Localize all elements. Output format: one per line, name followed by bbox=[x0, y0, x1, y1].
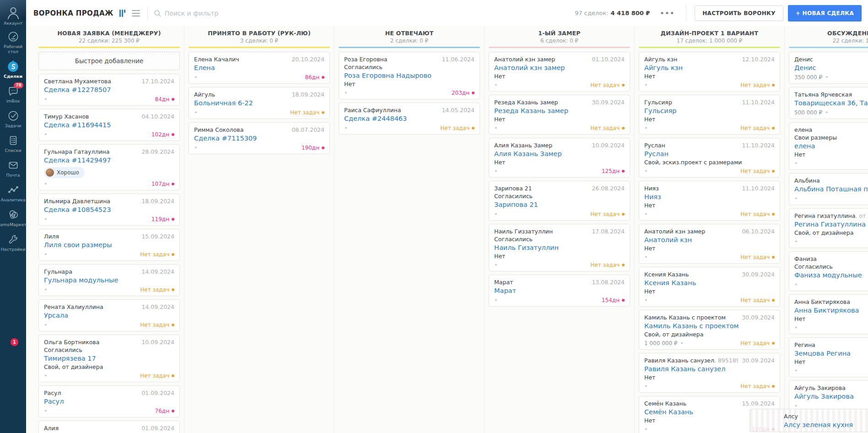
deal-title-link[interactable]: Расул bbox=[44, 397, 174, 406]
deal-card[interactable]: Татьяна ЯрчевскаяТоварищеская 36, Татьян… bbox=[789, 87, 868, 119]
deal-card[interactable]: Зарипова 2126.08.2024СогласилисьЗарипова… bbox=[489, 181, 630, 221]
deal-card[interactable]: АльбинаАльбина Поташная поляна• bbox=[789, 173, 868, 205]
deal-card[interactable]: Наиль Гиззатуллин17.08.2024СогласилисьНа… bbox=[489, 224, 630, 271]
deal-title-link[interactable]: Альбина Поташная поляна bbox=[794, 184, 868, 194]
deal-card[interactable]: Гульнара Гатауллина28.09.2024Сделка #114… bbox=[38, 144, 180, 190]
deal-title-link[interactable]: Айгуль кзн bbox=[644, 63, 775, 72]
deal-task-status[interactable]: 86дн bbox=[305, 74, 324, 81]
deal-card[interactable]: Рената Халиуллина14.09.2024Урсала•Нет за… bbox=[38, 299, 180, 331]
deal-title-link[interactable]: Наиль Гизатуллин bbox=[494, 243, 625, 252]
deal-title-link[interactable]: Елена bbox=[194, 63, 324, 72]
deal-task-status[interactable]: Нет задач bbox=[290, 109, 324, 116]
deal-title-link[interactable]: Сделка #11694415 bbox=[44, 120, 174, 130]
deal-title-link[interactable]: Алсу зеленая кухня bbox=[784, 420, 867, 429]
deal-task-status[interactable]: Нет задач bbox=[740, 211, 775, 217]
deal-card[interactable]: Алия Казань Замер10.09.2024Алия Казань З… bbox=[489, 138, 630, 178]
deal-task-status[interactable]: Нет задач bbox=[740, 340, 775, 346]
deal-task-status[interactable]: Нет задач bbox=[590, 82, 625, 88]
deal-title-link[interactable]: Роза Егоровна Надырово bbox=[344, 71, 474, 80]
sidebar-item-amomarket[interactable]: amoМаркет bbox=[0, 206, 26, 230]
deal-note-bubble[interactable]: Хорошо bbox=[44, 167, 85, 178]
deal-card[interactable]: Алия01.09.2024• bbox=[38, 421, 180, 433]
deal-task-status[interactable]: Нет задач bbox=[740, 383, 775, 390]
sidebar-item-dashboard[interactable]: Рабочий стол bbox=[0, 27, 26, 57]
deal-card[interactable]: Раиса Сафиуллина14.05.2024Сделка #244846… bbox=[339, 103, 480, 135]
deal-title-link[interactable]: Регина Гизатуллина bbox=[794, 220, 868, 229]
search-input[interactable]: Поиск и фильтр bbox=[154, 10, 219, 17]
deal-task-status[interactable]: Нет задач bbox=[590, 211, 625, 217]
deal-title-link[interactable]: Товарищеская 36, Татьяна bbox=[794, 98, 868, 108]
deal-card[interactable]: Ильмира Давлетшина18.09.2024Сделка #1085… bbox=[38, 194, 180, 226]
deal-card[interactable]: Тимур Хасанов04.10.2024Сделка #11694415•… bbox=[38, 109, 180, 141]
deal-card[interactable]: Равиля Казань санузел, 8951895358030.09.… bbox=[639, 353, 780, 393]
sidebar-item-deals[interactable]: Сделки bbox=[0, 57, 26, 82]
deal-card[interactable]: Камиль Казань с проектом30.09.2024Камиль… bbox=[639, 310, 780, 350]
deal-card[interactable]: Гульсияр11.10.2024ГульсиярНет•Нет задач bbox=[639, 95, 780, 135]
deal-title-link[interactable]: Фаниза модульные bbox=[794, 271, 868, 280]
deal-card[interactable]: Нияз11.10.2024НиязНет•Нет задач bbox=[639, 181, 780, 221]
deal-card[interactable]: Расул01.09.2024Расул•76дн bbox=[38, 385, 180, 417]
deal-task-status[interactable]: Нет задач bbox=[740, 125, 775, 131]
deal-task-status[interactable]: 190дн bbox=[302, 145, 324, 151]
deal-title-link[interactable]: Тимирязева 17 bbox=[44, 354, 174, 363]
deal-title-link[interactable]: Сделка #12278507 bbox=[44, 85, 174, 94]
deal-title-link[interactable]: Сделка #11429497 bbox=[44, 156, 174, 165]
deal-card[interactable]: Резеда Казань замер30.09.2024Резеда Каза… bbox=[489, 95, 630, 135]
deal-card[interactable]: Ксения Казань30.09.2024Ксения КазаньНет•… bbox=[639, 267, 780, 307]
sidebar-item-mail[interactable]: Почта bbox=[0, 156, 26, 181]
deal-task-status[interactable]: 125дн bbox=[602, 168, 625, 174]
deal-task-status[interactable]: 119дн bbox=[151, 216, 174, 222]
deal-task-status[interactable]: Нет задач bbox=[740, 82, 775, 88]
deal-task-status[interactable]: 154дн bbox=[602, 297, 625, 303]
deal-title-link[interactable]: Анатолий кзн bbox=[644, 235, 775, 244]
deal-title-link[interactable]: елена bbox=[794, 141, 868, 151]
column-title[interactable]: НОВАЯ ЗАЯВКА (МЕНЕДЖЕРУ) bbox=[38, 30, 180, 37]
more-options-icon[interactable]: ••• bbox=[660, 10, 675, 17]
column-title[interactable]: 1-ЫЙ ЗАМЕР bbox=[489, 30, 630, 37]
column-title[interactable]: НЕ ОТВЕЧАЮТ bbox=[339, 30, 480, 37]
sidebar-item-tasks[interactable]: Задачи bbox=[0, 107, 26, 131]
deal-card[interactable]: Анна БиктиряковаАнна БиктиряковаНет• bbox=[789, 294, 868, 334]
deal-title-link[interactable]: Марат bbox=[494, 286, 625, 295]
new-deal-button[interactable]: + НОВАЯ СДЕЛКА bbox=[788, 5, 862, 22]
deal-task-status[interactable]: 76дн bbox=[155, 408, 174, 414]
sidebar-item-account[interactable]: Аккаунт bbox=[0, 0, 26, 27]
deal-card[interactable]: Роза Егоровна11.06.2024СогласилисьРоза Е… bbox=[339, 52, 480, 99]
deal-card[interactable]: Гульнара14.09.2024Гульнара модульные•Нет… bbox=[38, 264, 180, 296]
deal-task-status[interactable]: Нет задач bbox=[440, 125, 474, 131]
deal-card[interactable]: Римма Соколова08.07.2024Сделка #7115309•… bbox=[189, 122, 330, 154]
deal-title-link[interactable]: Анна Биктирякова bbox=[794, 306, 868, 315]
deal-task-status[interactable]: 84дн bbox=[155, 96, 174, 103]
deal-card[interactable]: ДенисДенис350 000 ₽• bbox=[789, 52, 868, 84]
deal-title-link[interactable]: Зарипова 21 bbox=[494, 200, 625, 209]
deal-title-link[interactable]: Айгуль Закирова bbox=[794, 392, 868, 401]
deal-title-link[interactable]: Сделка #10854523 bbox=[44, 205, 174, 214]
deal-task-status[interactable]: Нет задач bbox=[740, 297, 775, 303]
list-view-toggle-icon[interactable] bbox=[132, 10, 140, 16]
deal-title-link[interactable]: Гульсияр bbox=[644, 106, 775, 115]
setup-pipeline-button[interactable]: НАСТРОИТЬ ВОРОНКУ bbox=[695, 5, 783, 21]
deal-task-status[interactable]: Нет задач bbox=[140, 287, 174, 293]
deal-title-link[interactable]: Нияз bbox=[644, 192, 775, 201]
column-title[interactable]: ПРИНЯТО В РАБОТУ (РУК-ЛЮ) bbox=[189, 30, 330, 37]
deal-card[interactable]: Айгуль ЗакироваАйгуль Закирова• bbox=[789, 380, 868, 412]
deal-task-status[interactable]: 102дн bbox=[151, 131, 174, 138]
deal-card[interactable]: Айгуль кзн12.10.2024Айгуль кзнНет•Нет за… bbox=[639, 52, 780, 92]
deal-card[interactable]: Светлана Мухаметова17.10.2024Сделка #122… bbox=[38, 74, 180, 106]
deal-title-link[interactable]: Сделка #7115309 bbox=[194, 134, 324, 143]
deal-task-status[interactable]: 203дн bbox=[452, 90, 474, 96]
deal-card[interactable]: Марат13.08.2024Марат•154дн bbox=[489, 275, 630, 307]
deal-title-link[interactable]: Резеда Казань замер bbox=[494, 106, 625, 115]
deal-title-link[interactable]: Денис bbox=[794, 63, 868, 72]
deal-title-link[interactable]: Руслан bbox=[644, 149, 775, 158]
deal-task-status[interactable]: Нет задач bbox=[590, 262, 625, 268]
deal-card[interactable]: Анатолий кзн замер01.10.2024Анатолий кзн… bbox=[489, 52, 630, 92]
deal-title-link[interactable]: Гульнара модульные bbox=[44, 276, 174, 285]
deal-task-status[interactable]: Нет задач bbox=[740, 168, 775, 174]
deal-title-link[interactable]: Сделка #2448463 bbox=[344, 114, 474, 123]
sidebar-item-imbox[interactable]: 78 imBox bbox=[0, 82, 26, 107]
deal-task-status[interactable]: Нет задач bbox=[140, 251, 174, 258]
deal-task-status[interactable]: Нет задач bbox=[740, 254, 775, 260]
deal-task-status[interactable]: Нет задач bbox=[140, 322, 174, 328]
pipeline-view-toggle-icon[interactable] bbox=[119, 10, 125, 17]
